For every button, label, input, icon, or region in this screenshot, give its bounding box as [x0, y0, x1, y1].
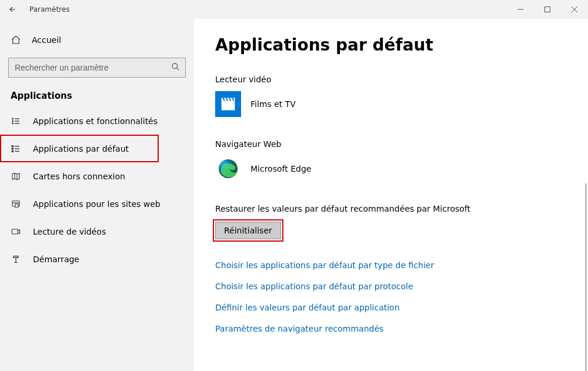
app-name-browser: Microsoft Edge — [250, 164, 311, 173]
sidebar-item-default-apps[interactable]: Applications par défaut — [0, 135, 159, 162]
svg-rect-7 — [12, 151, 13, 152]
svg-point-2 — [12, 118, 14, 119]
window-title: Paramètres — [29, 5, 69, 14]
apps-web-icon — [11, 199, 21, 209]
search-wrap — [8, 58, 186, 78]
list-default-icon — [11, 144, 21, 153]
content-area: Accueil Applications Applications et fon… — [0, 19, 588, 371]
sidebar-item-label: Lecture de vidéos — [33, 227, 106, 236]
startup-icon — [11, 255, 21, 264]
sidebar-item-apps-features[interactable]: Applications et fonctionnalités — [0, 107, 194, 135]
sidebar: Accueil Applications Applications et fon… — [0, 19, 194, 371]
search-input[interactable] — [8, 58, 186, 78]
svg-rect-10 — [12, 229, 18, 234]
default-app-video[interactable]: Films et TV — [215, 91, 567, 117]
reset-caption: Restaurer les valeurs par défaut recomma… — [215, 204, 567, 213]
default-app-browser[interactable]: Microsoft Edge — [215, 156, 567, 182]
sidebar-item-label: Applications par défaut — [33, 144, 129, 153]
svg-rect-11 — [222, 100, 235, 111]
sidebar-item-offline-maps[interactable]: Cartes hors connexion — [0, 162, 194, 190]
sidebar-section-label: Applications — [0, 78, 194, 107]
search-icon — [171, 62, 180, 73]
svg-point-4 — [12, 123, 14, 124]
group-label-video: Lecteur vidéo — [215, 75, 567, 84]
svg-rect-9 — [15, 204, 18, 207]
list-apps-icon — [11, 116, 21, 126]
group-label-browser: Navigateur Web — [215, 139, 567, 149]
films-tv-icon — [215, 91, 241, 117]
sidebar-item-label: Démarrage — [33, 255, 79, 264]
svg-point-1 — [172, 63, 178, 69]
titlebar: Paramètres — [0, 0, 588, 19]
maximize-button[interactable] — [534, 0, 561, 19]
sidebar-home-label: Accueil — [32, 35, 61, 45]
links-section: Choisir les applications par défaut par … — [215, 260, 567, 333]
app-name-video: Films et TV — [250, 99, 296, 109]
svg-rect-0 — [545, 7, 550, 12]
sidebar-item-startup[interactable]: Démarrage — [0, 245, 194, 273]
svg-rect-6 — [12, 148, 13, 149]
link-by-filetype[interactable]: Choisir les applications par défaut par … — [215, 260, 567, 270]
sidebar-item-label: Cartes hors connexion — [33, 172, 125, 181]
minimize-button[interactable] — [507, 0, 534, 19]
sidebar-item-apps-websites[interactable]: Applications pour les sites web — [0, 190, 194, 218]
link-by-protocol[interactable]: Choisir les applications par défaut par … — [215, 282, 567, 291]
edge-icon — [215, 156, 241, 182]
home-icon — [11, 35, 21, 45]
svg-rect-5 — [12, 145, 13, 146]
map-offline-icon — [11, 172, 21, 181]
svg-point-3 — [12, 121, 14, 122]
reset-button[interactable]: Réinitialiser — [215, 222, 281, 239]
sidebar-item-video-playback[interactable]: Lecture de vidéos — [0, 218, 194, 245]
link-browser-recommended[interactable]: Paramètres de navigateur recommandés — [215, 324, 567, 333]
close-button[interactable] — [561, 0, 588, 19]
scrollbar[interactable] — [585, 183, 587, 371]
main-panel: Applications par défaut Lecteur vidéo Fi… — [194, 19, 588, 371]
back-button[interactable] — [5, 5, 29, 14]
link-by-app[interactable]: Définir les valeurs par défaut par appli… — [215, 303, 567, 312]
sidebar-home[interactable]: Accueil — [0, 28, 194, 52]
video-playback-icon — [11, 227, 21, 236]
sidebar-item-label: Applications pour les sites web — [33, 199, 161, 209]
sidebar-item-label: Applications et fonctionnalités — [33, 116, 158, 126]
page-heading: Applications par défaut — [215, 35, 567, 55]
